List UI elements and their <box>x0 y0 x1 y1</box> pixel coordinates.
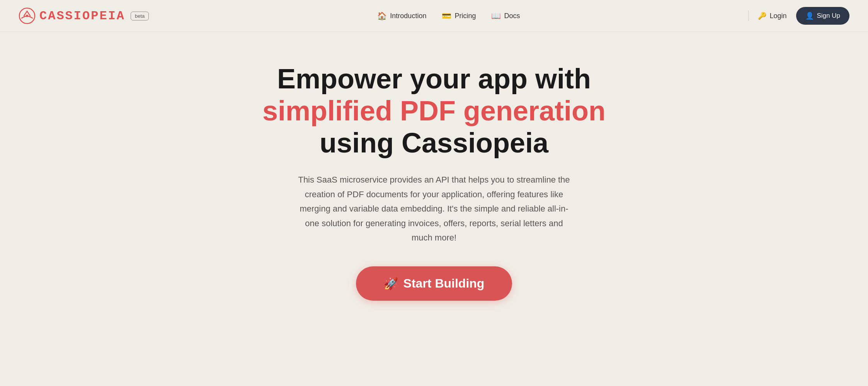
book-icon: 📖 <box>491 11 501 20</box>
rocket-icon: 🚀 <box>384 277 398 290</box>
person-icon: 👤 <box>805 12 814 20</box>
nav-pricing-label: Pricing <box>454 12 476 20</box>
beta-badge: beta <box>131 12 149 20</box>
nav-divider <box>748 10 749 21</box>
home-icon: 🏠 <box>377 11 387 20</box>
key-icon: 🔑 <box>758 12 766 20</box>
logo[interactable]: CASSIOPEIA <box>19 7 125 24</box>
navbar: CASSIOPEIA beta 🏠 Introduction 💳 Pricing… <box>0 0 868 32</box>
nav-center: 🏠 Introduction 💳 Pricing 📖 Docs <box>377 11 520 20</box>
cta-label: Start Building <box>403 276 485 291</box>
hero-title-part1: Empower your app with <box>277 63 591 94</box>
card-icon: 💳 <box>442 11 451 20</box>
brand-name: CASSIOPEIA <box>39 9 125 23</box>
hero-section: Empower your app with simplified PDF gen… <box>163 32 705 324</box>
nav-right: 🔑 Login 👤 Sign Up <box>748 7 849 25</box>
nav-link-pricing[interactable]: 💳 Pricing <box>442 11 476 20</box>
nav-introduction-label: Introduction <box>390 12 426 20</box>
logo-icon <box>19 7 36 24</box>
hero-description: This SaaS microservice provides an API t… <box>295 173 573 245</box>
signup-button[interactable]: 👤 Sign Up <box>796 7 849 25</box>
nav-link-docs[interactable]: 📖 Docs <box>491 11 520 20</box>
hero-title-part2: using Cassiopeia <box>320 127 548 158</box>
hero-title-highlight: simplified PDF generation <box>262 95 606 126</box>
svg-point-1 <box>26 15 28 17</box>
nav-link-introduction[interactable]: 🏠 Introduction <box>377 11 426 20</box>
nav-docs-label: Docs <box>504 12 520 20</box>
signup-label: Sign Up <box>817 12 840 20</box>
login-label: Login <box>769 12 786 20</box>
nav-left: CASSIOPEIA beta <box>19 7 149 24</box>
login-link[interactable]: 🔑 Login <box>758 12 786 20</box>
start-building-button[interactable]: 🚀 Start Building <box>356 266 512 301</box>
hero-title: Empower your app with simplified PDF gen… <box>221 63 647 159</box>
